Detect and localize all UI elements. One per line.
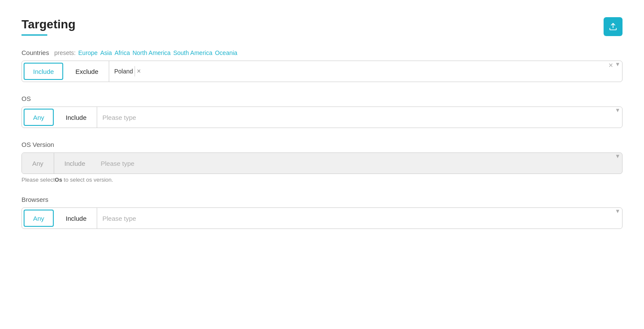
os-version-label: OS Version: [21, 141, 623, 148]
os-control-row: Any Include Please type ▼: [21, 107, 623, 128]
os-version-section: OS Version Any Include Please type ▼ Ple…: [21, 141, 623, 183]
presets-label: presets:: [54, 49, 76, 56]
countries-dropdown-arrow[interactable]: ▼: [615, 61, 622, 82]
os-version-input-area: Please type: [95, 153, 615, 174]
countries-tag-text: Poland: [114, 68, 133, 75]
upload-icon: [609, 22, 617, 31]
countries-presets: presets: Europe Asia Africa North Americ…: [54, 49, 237, 56]
browsers-any-btn[interactable]: Any: [24, 210, 54, 227]
os-version-any-btn[interactable]: Any: [22, 153, 54, 174]
os-label: OS: [21, 95, 623, 102]
title-block: Targeting: [21, 17, 75, 36]
os-version-include-btn[interactable]: Include: [54, 153, 95, 174]
preset-oceania[interactable]: Oceania: [215, 49, 237, 56]
preset-north-america[interactable]: North America: [132, 49, 171, 56]
os-placeholder: Please type: [102, 114, 136, 121]
browsers-control-row: Any Include Please type ▼: [21, 207, 623, 229]
preset-south-america[interactable]: South America: [173, 49, 212, 56]
countries-tag-poland: Poland ×: [114, 66, 141, 76]
browsers-placeholder: Please type: [102, 215, 136, 222]
page-title: Targeting: [21, 17, 75, 32]
os-toggle-group: Any Include: [22, 107, 97, 128]
os-dropdown-arrow[interactable]: ▼: [615, 107, 622, 128]
os-input-area[interactable]: Please type: [97, 107, 615, 128]
preset-africa[interactable]: Africa: [114, 49, 130, 56]
page-container: Targeting Countries presets: Europe Asia…: [0, 0, 644, 329]
countries-label: Countries: [21, 49, 49, 56]
countries-clear-btn[interactable]: ×: [609, 61, 613, 82]
countries-toggle-group: Include Exclude: [22, 61, 109, 82]
os-section: OS Any Include Please type ▼: [21, 95, 623, 128]
os-version-dropdown-arrow: ▼: [615, 153, 622, 174]
countries-control-row: Include Exclude Poland × × ▼: [21, 61, 623, 82]
countries-section: Countries presets: Europe Asia Africa No…: [21, 49, 623, 82]
browsers-toggle-group: Any Include: [22, 208, 97, 228]
tag-separator: [135, 66, 135, 76]
browsers-dropdown-arrow[interactable]: ▼: [615, 208, 622, 228]
browsers-include-btn[interactable]: Include: [55, 208, 97, 228]
os-version-toggle-group: Any Include: [22, 153, 95, 174]
countries-header: Countries presets: Europe Asia Africa No…: [21, 49, 623, 56]
browsers-label: Browsers: [21, 196, 623, 203]
header-row: Targeting: [21, 17, 623, 36]
preset-europe[interactable]: Europe: [78, 49, 98, 56]
os-version-helper: Please selectOs to select os version.: [21, 177, 623, 183]
os-any-btn[interactable]: Any: [24, 109, 54, 126]
preset-asia[interactable]: Asia: [100, 49, 112, 56]
countries-exclude-btn[interactable]: Exclude: [65, 61, 109, 82]
countries-tag-close[interactable]: ×: [137, 68, 141, 75]
os-version-placeholder: Please type: [101, 160, 134, 167]
countries-include-btn[interactable]: Include: [24, 63, 63, 80]
browsers-input-area[interactable]: Please type: [97, 208, 615, 228]
upload-button[interactable]: [604, 17, 623, 36]
browsers-section: Browsers Any Include Please type ▼: [21, 196, 623, 229]
os-version-control-row: Any Include Please type ▼: [21, 152, 623, 174]
countries-input-area[interactable]: Poland ×: [109, 61, 609, 82]
os-include-btn[interactable]: Include: [55, 107, 97, 128]
title-underline: [21, 34, 47, 36]
